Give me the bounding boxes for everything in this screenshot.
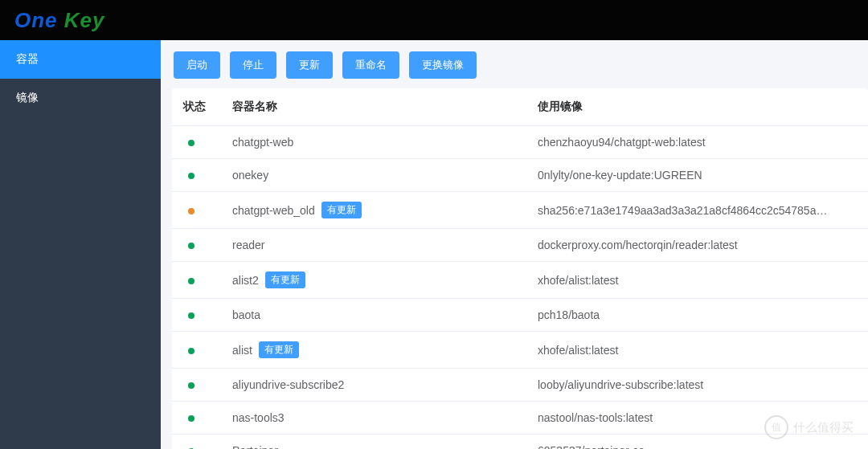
name-cell: alist2有更新 [232,271,538,288]
logo: One Key [14,8,105,33]
sidebar-item-containers[interactable]: 容器 [0,40,161,79]
status-cell [172,274,232,287]
status-cell [172,239,232,251]
table-row[interactable]: chatgpt-webchenzhaoyu94/chatgpt-web:late… [172,126,868,159]
status-dot-icon [188,415,194,422]
container-name: Portainer [232,444,278,449]
status-dot-icon [188,278,194,284]
status-cell [172,411,232,424]
name-cell: chatgpt-web_old有更新 [232,202,538,218]
container-name: nas-tools3 [232,411,285,424]
container-name: baota [232,308,260,321]
update-button[interactable]: 更新 [286,51,333,79]
container-name: aliyundrive-subscribe2 [232,378,344,391]
name-cell: aliyundrive-subscribe2 [232,378,538,391]
th-status: 状态 [172,100,232,114]
image-cell: sha256:e71a3e1749aa3ad3a3a21a8cf4864cc2c… [538,204,868,217]
status-dot-icon [188,382,194,389]
logo-part2: Key [64,8,105,32]
container-name: alist [232,344,252,357]
toolbar: 启动 停止 更新 重命名 更换镜像 [172,51,868,79]
name-cell: Portainer [232,444,538,449]
table-row[interactable]: nas-tools3nastool/nas-tools:latest [172,402,868,435]
table-row[interactable]: alist有更新xhofe/alist:latest [172,332,868,369]
image-cell: chenzhaoyu94/chatgpt-web:latest [538,136,868,149]
image-cell: 0nlylty/one-key-update:UGREEN [538,169,868,182]
status-dot-icon [188,208,194,214]
table-row[interactable]: aliyundrive-subscribe2looby/aliyundrive-… [172,369,868,402]
image-cell: xhofe/alist:latest [538,344,868,357]
status-dot-icon [188,243,194,249]
name-cell: chatgpt-web [232,136,538,149]
update-badge: 有更新 [259,341,299,358]
name-cell: onekey [232,169,538,182]
table-row[interactable]: alist2有更新xhofe/alist:latest [172,262,868,299]
status-dot-icon [188,140,194,146]
header: One Key [0,0,868,40]
status-cell [172,308,232,321]
container-name: chatgpt-web [232,136,293,149]
name-cell: reader [232,239,538,251]
main-content: 启动 停止 更新 重命名 更换镜像 状态 容器名称 使用镜像 chatgpt-w… [161,40,868,449]
container-name: alist2 [232,274,259,287]
status-cell [172,169,232,182]
th-image: 使用镜像 [538,100,868,114]
status-dot-icon [188,312,194,319]
stop-button[interactable]: 停止 [230,51,276,79]
status-cell [172,136,232,149]
sidebar: 容器 镜像 [0,40,161,449]
image-cell: xhofe/alist:latest [538,274,868,287]
containers-table: 状态 容器名称 使用镜像 chatgpt-webchenzhaoyu94/cha… [172,88,868,449]
image-cell: 6053537/portainer-ce [538,444,868,449]
replace-image-button[interactable]: 更换镜像 [409,51,477,79]
image-cell: pch18/baota [538,308,868,321]
table-row[interactable]: baotapch18/baota [172,299,868,332]
table-row[interactable]: Portainer6053537/portainer-ce [172,435,868,449]
status-cell [172,344,232,357]
rename-button[interactable]: 重命名 [342,51,399,79]
status-cell [172,378,232,391]
container-name: chatgpt-web_old [232,204,315,217]
table-row[interactable]: chatgpt-web_old有更新sha256:e71a3e1749aa3ad… [172,192,868,229]
image-cell: looby/aliyundrive-subscribe:latest [538,378,868,391]
sidebar-item-images[interactable]: 镜像 [0,79,161,117]
status-dot-icon [188,348,194,354]
table-header: 状态 容器名称 使用镜像 [172,88,868,126]
name-cell: alist有更新 [232,341,538,358]
status-cell [172,444,232,449]
table-row[interactable]: readerdockerproxy.com/hectorqin/reader:l… [172,229,868,262]
container-name: onekey [232,169,268,182]
update-badge: 有更新 [265,271,305,288]
name-cell: nas-tools3 [232,411,538,424]
start-button[interactable]: 启动 [174,51,220,79]
logo-part1: One [14,8,64,32]
container-name: reader [232,239,264,251]
image-cell: nastool/nas-tools:latest [538,411,868,424]
table-row[interactable]: onekey0nlylty/one-key-update:UGREEN [172,159,868,192]
name-cell: baota [232,308,538,321]
th-name: 容器名称 [232,100,538,114]
status-dot-icon [188,173,194,179]
image-cell: dockerproxy.com/hectorqin/reader:latest [538,239,868,251]
update-badge: 有更新 [321,202,362,218]
status-cell [172,204,232,217]
